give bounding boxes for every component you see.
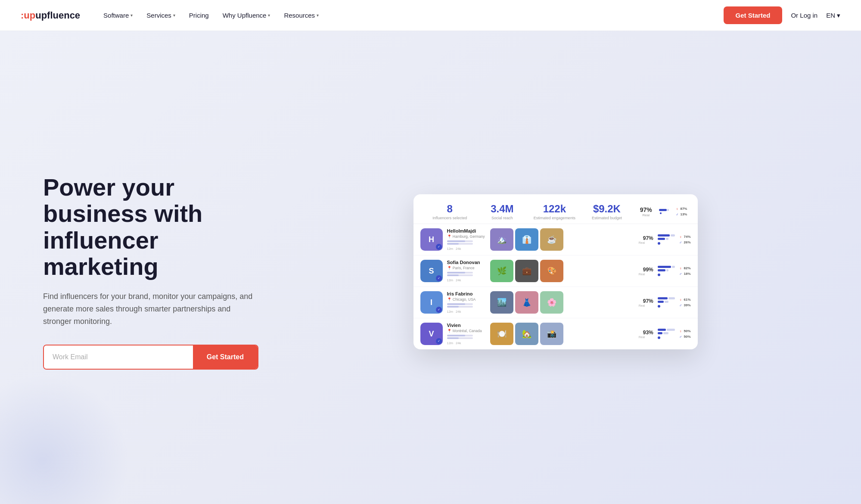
stat-bar-2 (447, 337, 473, 339)
bar-row-2 (658, 238, 675, 240)
influencer-photo: 🏡 (515, 323, 538, 345)
nav-item-resources[interactable]: Resources ▾ (278, 8, 325, 22)
gender-stats-top: ♀ 87% ♂ 13% (676, 207, 687, 217)
inf-pct-value: 97% (639, 298, 653, 304)
stat-reach: 3.4M Social reach (476, 203, 528, 220)
nav-item-why[interactable]: Why Upfluence ▾ (217, 8, 277, 22)
bar-male-light (671, 234, 675, 236)
bar-2 (658, 238, 665, 240)
influencer-name: Sofia Donovan (447, 260, 486, 265)
influencer-right-stats: 97% Real ♀ 74% ♂ (639, 234, 691, 245)
stat-bar-fill (447, 274, 459, 276)
male-pct: 13% (680, 212, 687, 216)
female-icon: ♀ (679, 266, 682, 271)
bar-2 (658, 269, 666, 271)
bar-row-1 (658, 329, 675, 331)
stat-numbers: 12m 24k (447, 310, 486, 314)
influencer-name: HelloImMajdi (447, 228, 486, 233)
bar-chart (658, 297, 675, 308)
stat-bar-2 (447, 274, 473, 276)
hero-title: Power your business with influencer mark… (43, 174, 258, 280)
nav-item-pricing[interactable]: Pricing (183, 8, 215, 22)
influencer-real-pct: 99% Real (639, 267, 653, 276)
dot-indicator (658, 274, 660, 276)
stat-bar-1 (447, 272, 473, 274)
stat-engagements-label: Estimated engagements (528, 216, 581, 220)
influencer-photos: 🏙️ 👗 🌸 (490, 291, 634, 314)
bar-female (658, 297, 668, 299)
photo-placeholder: 📸 (540, 323, 563, 345)
photo-placeholder: 🍽️ (490, 323, 513, 345)
influencer-photo: 💼 (515, 260, 538, 282)
logo[interactable]: :upupfluence (21, 10, 80, 21)
verified-badge: ✓ (436, 244, 442, 250)
bar-2-light (666, 269, 668, 271)
stat-num-1: 12m (447, 341, 454, 345)
gender-block: ♀ 61% ♂ 39% (679, 298, 691, 308)
nav-cta-button[interactable]: Get Started (724, 6, 783, 24)
bar-row-1 (658, 297, 675, 299)
photo-placeholder: 🌸 (540, 291, 563, 314)
gender-block: ♀ 50% ♂ 50% (679, 329, 691, 339)
stat-bar-2 (447, 306, 473, 308)
dot-indicator (660, 212, 662, 214)
nav-item-software[interactable]: Software ▾ (97, 8, 139, 22)
inf-pct-label: Real (639, 336, 653, 339)
inf-pct-label: Real (639, 304, 653, 307)
influencer-photo: 🏔️ (490, 228, 513, 251)
influencer-info: Iris Fabrino 📍 Chicago, USA 12m 24k (447, 291, 486, 314)
stats-right-block: 97% Real ♀ 87% (640, 206, 687, 217)
stat-numbers: 12m 24k (447, 341, 486, 345)
work-email-input[interactable] (44, 345, 193, 369)
nav-login-link[interactable]: Or Log in (791, 12, 817, 19)
dot-indicator (658, 305, 660, 308)
stat-engagements-value: 122k (528, 203, 581, 215)
bar-male-light (668, 297, 675, 299)
influencer-avatar: S ✓ (420, 260, 443, 282)
stat-num-2: 24k (456, 278, 461, 282)
influencer-list: H ✓ HelloImMajdi 📍 Hamburg, Germany 12m … (413, 224, 698, 349)
stat-numbers: 12m 24k (447, 278, 486, 282)
chevron-down-icon: ▾ (268, 13, 270, 18)
female-icon: ♀ (679, 298, 682, 302)
influencer-row: S ✓ Sofia Donovan 📍 Paris, France 12m 24… (413, 255, 698, 287)
nav-language-selector[interactable]: EN ▾ (826, 12, 840, 19)
stat-bar-fill (447, 337, 459, 339)
male-pct-value: 18% (684, 272, 690, 276)
male-pct-value: 26% (684, 240, 690, 244)
bar-2-light (663, 332, 668, 334)
chevron-down-icon: ▾ (173, 13, 175, 18)
influencer-info: Vivien 📍 Montréal, Canada 12m 24k (447, 323, 486, 345)
bar-fill-light (667, 209, 669, 211)
bar-male-light (667, 329, 675, 331)
female-icon: ♀ (679, 329, 682, 333)
influencer-photo: 📸 (540, 323, 563, 345)
bar-female (658, 234, 670, 236)
verified-badge: ✓ (436, 275, 442, 281)
influencer-photo: 👗 (515, 291, 538, 314)
hero-cta-button[interactable]: Get Started (193, 345, 258, 369)
influencer-name: Vivien (447, 323, 486, 328)
dot-indicator (658, 242, 660, 245)
stat-bar-fill (447, 240, 465, 242)
stat-budget-value: $9.2K (581, 203, 633, 215)
stat-influencers: 8 Influencers selected (424, 203, 476, 220)
male-icon: ♂ (679, 240, 682, 245)
dashboard-stats-row: 8 Influencers selected 3.4M Social reach… (413, 194, 698, 224)
bar-fill-blue (659, 209, 667, 211)
female-pct-value: 50% (684, 329, 690, 333)
stat-real-label: Real (640, 213, 652, 217)
male-line: ♂ 39% (679, 303, 691, 308)
influencer-real-pct: 97% Real (639, 298, 653, 307)
influencer-info: HelloImMajdi 📍 Hamburg, Germany 12m 24k (447, 228, 486, 251)
stat-engagements: 122k Estimated engagements (528, 203, 581, 220)
stat-bar-fill (447, 272, 465, 274)
influencer-photo: ☕ (540, 228, 563, 251)
photo-placeholder: 👗 (515, 291, 538, 314)
stat-bar-fill (447, 306, 459, 308)
stat-bar-fill (447, 243, 459, 245)
influencer-location: 📍 Hamburg, Germany (447, 234, 486, 239)
nav-item-services[interactable]: Services ▾ (140, 8, 181, 22)
bar-chart (658, 329, 675, 339)
influencer-location: 📍 Paris, France (447, 266, 486, 270)
